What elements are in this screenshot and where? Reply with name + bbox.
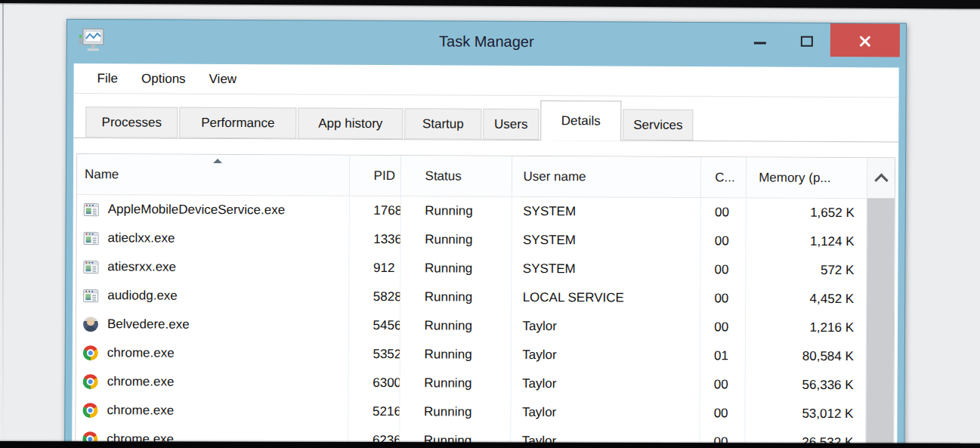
column-header-status[interactable]: Status (400, 156, 512, 196)
cell-status: Running (400, 225, 512, 255)
chevron-up-icon (874, 174, 888, 187)
cell-user: Taylor (512, 341, 700, 370)
window-content: File Options View ProcessesPerformanceAp… (72, 63, 899, 448)
chrome-icon (82, 403, 97, 418)
process-name: Belvedere.exe (107, 317, 190, 332)
chrome-icon (83, 345, 98, 360)
process-rows: AppleMobileDeviceService.exe1768RunningS… (76, 195, 867, 448)
cell-cpu: 00 (701, 227, 747, 255)
cell-name: atiesrxx.exe (76, 252, 349, 283)
table-row[interactable]: chrome.exe6300RunningTaylor0056,336 K (76, 367, 867, 400)
process-name: chrome.exe (107, 345, 175, 360)
cell-status: Running (400, 311, 512, 341)
cell-name: AppleMobileDeviceService.exe (77, 195, 350, 225)
cell-memory: 4,452 K (746, 284, 867, 314)
column-header-pid[interactable]: PID (349, 156, 400, 196)
cell-user: SYSTEM (512, 255, 701, 284)
minimize-button[interactable] (737, 23, 784, 56)
sort-ascending-icon (213, 159, 222, 163)
process-name: atiesrxx.exe (107, 259, 176, 274)
cell-name: Belvedere.exe (76, 310, 349, 340)
cell-cpu: 00 (701, 255, 747, 284)
process-name: chrome.exe (107, 374, 175, 389)
cell-status: Running (400, 369, 512, 398)
cell-status: Running (400, 196, 512, 226)
process-name: chrome.exe (107, 403, 174, 418)
cell-pid: 5216 (348, 397, 400, 426)
cell-status: Running (400, 340, 512, 369)
tab-services[interactable]: Services (623, 110, 693, 141)
process-name: AppleMobileDeviceService.exe (108, 202, 285, 218)
column-header-memory[interactable]: Memory (p... (747, 157, 867, 198)
tab-strip: ProcessesPerformanceApp historyStartupUs… (73, 98, 898, 142)
cell-pid: 5828 (349, 283, 400, 311)
cell-cpu: 00 (700, 370, 746, 399)
cell-cpu: 00 (700, 399, 746, 428)
cell-memory: 1,124 K (747, 227, 867, 256)
cell-pid: 1768 (349, 196, 400, 225)
cell-pid: 5456 (349, 311, 400, 340)
cell-cpu: 00 (701, 198, 747, 227)
table-row[interactable]: chrome.exe5352RunningTaylor0180,584 K (76, 338, 867, 371)
window-controls (737, 23, 900, 57)
vertical-scrollbar[interactable] (865, 158, 895, 448)
cell-pid: 1336 (349, 225, 400, 254)
process-details-list: Name PID Status User name C... Memory (p… (75, 153, 895, 448)
table-row[interactable]: chrome.exe5216RunningTaylor0053,012 K (76, 396, 866, 428)
cell-name: atieclxx.exe (76, 224, 349, 254)
tab-startup[interactable]: Startup (404, 108, 481, 139)
cell-cpu: 01 (700, 341, 746, 370)
cell-memory: 572 K (746, 255, 867, 285)
chrome-icon (83, 374, 98, 389)
process-name: audiodg.exe (107, 288, 178, 303)
menu-bar: File Options View (74, 63, 899, 97)
column-header-row: Name PID Status User name C... Memory (p… (77, 154, 867, 199)
cell-name: chrome.exe (76, 367, 349, 397)
app-window-icon (83, 289, 98, 302)
column-header-name[interactable]: Name (77, 154, 350, 196)
scrollbar-up-button[interactable] (867, 158, 895, 198)
tab-details[interactable]: Details (540, 100, 621, 141)
app-window-icon (84, 203, 99, 216)
cell-name: chrome.exe (76, 338, 349, 369)
column-header-cpu[interactable]: C... (701, 157, 747, 197)
table-row[interactable]: audiodg.exe5828RunningLOCAL SERVICE004,4… (76, 281, 867, 314)
scrollbar-thumb[interactable] (866, 198, 895, 448)
menu-file[interactable]: File (91, 71, 125, 86)
menu-options[interactable]: Options (134, 71, 193, 86)
tab-app-history[interactable]: App history (298, 107, 403, 139)
cell-memory: 56,336 K (746, 370, 867, 400)
table-row[interactable]: atiesrxx.exe912RunningSYSTEM00572 K (76, 252, 867, 285)
screenshot-scene: Task Manager File Options View Processes… (0, 0, 980, 448)
app-window-icon (84, 232, 99, 245)
table-row[interactable]: atieclxx.exe1336RunningSYSTEM001,124 K (76, 224, 867, 256)
cell-user: SYSTEM (512, 226, 701, 255)
cell-status: Running (400, 397, 512, 427)
titlebar[interactable]: Task Manager (67, 20, 906, 67)
cell-name: audiodg.exe (76, 281, 349, 311)
cell-memory: 1,652 K (747, 198, 867, 227)
minimize-icon (754, 42, 766, 44)
menu-view[interactable]: View (202, 71, 244, 86)
cell-pid: 5352 (348, 340, 400, 369)
cell-cpu: 00 (700, 313, 746, 341)
cell-user: LOCAL SERVICE (512, 283, 701, 313)
process-name: atieclxx.exe (108, 230, 175, 246)
app-window-icon (83, 261, 98, 273)
tab-users[interactable]: Users (483, 109, 539, 140)
photo-edge-top (0, 0, 980, 9)
cell-status: Running (400, 283, 512, 312)
cell-memory: 53,012 K (746, 399, 867, 428)
cell-cpu: 00 (700, 284, 746, 313)
cell-user: SYSTEM (512, 197, 701, 227)
belvedere-person-icon (83, 317, 98, 332)
maximize-button[interactable] (784, 23, 830, 57)
tab-processes[interactable]: Processes (85, 107, 178, 138)
cell-memory: 80,584 K (746, 341, 867, 371)
table-row[interactable]: Belvedere.exe5456RunningTaylor001,216 K (76, 310, 867, 342)
table-row[interactable]: AppleMobileDeviceService.exe1768RunningS… (77, 195, 867, 227)
cell-user: Taylor (512, 369, 700, 399)
close-button[interactable] (830, 23, 900, 57)
tab-performance[interactable]: Performance (179, 107, 296, 139)
column-header-user[interactable]: User name (512, 156, 701, 197)
